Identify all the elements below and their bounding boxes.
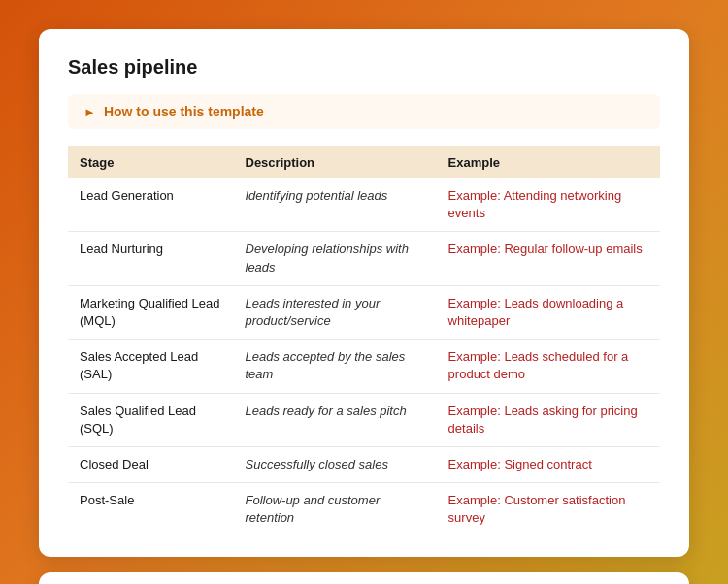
sales-pipeline-card: Sales pipeline ► How to use this templat… — [39, 29, 689, 557]
cell-stage: Closed Deal — [68, 446, 234, 482]
cell-description: Leads ready for a sales pitch — [234, 393, 437, 446]
table-row: Marketing Qualified Lead (MQL)Leads inte… — [68, 285, 660, 339]
cell-description: Developing relationships with leads — [234, 232, 437, 285]
how-to-arrow-icon: ► — [83, 105, 96, 119]
cell-example: Example: Regular follow-up emails — [437, 232, 660, 285]
table-row: Closed DealSuccessfully closed salesExam… — [68, 446, 660, 482]
cell-description: Leads interested in your product/service — [234, 285, 437, 339]
col-example: Example — [437, 146, 660, 178]
table-row: Sales Qualified Lead (SQL)Leads ready fo… — [68, 393, 660, 446]
cell-example: Example: Leads downloading a whitepaper — [437, 285, 660, 339]
cell-stage: Post-Sale — [68, 483, 234, 536]
cell-stage: Marketing Qualified Lead (MQL) — [68, 285, 234, 339]
table-row: Lead GenerationIdentifying potential lea… — [68, 178, 660, 232]
cell-stage: Sales Accepted Lead (SAL) — [68, 340, 234, 393]
cell-description: Successfully closed sales — [234, 446, 437, 482]
table-row: Lead NurturingDeveloping relationships w… — [68, 232, 660, 285]
table-row: Post-SaleFollow-up and customer retentio… — [68, 483, 660, 536]
table-header-row: Stage Description Example — [68, 146, 660, 178]
cell-stage: Sales Qualified Lead (SQL) — [68, 393, 234, 446]
cell-stage: Lead Nurturing — [68, 232, 234, 285]
cell-description: Follow-up and customer retention — [234, 483, 437, 536]
cell-example: Example: Customer satisfaction survey — [437, 483, 660, 536]
how-to-banner[interactable]: ► How to use this template — [68, 94, 660, 129]
cell-example: Example: Leads scheduled for a product d… — [437, 340, 660, 393]
col-stage: Stage — [68, 146, 234, 178]
cell-example: Example: Leads asking for pricing detail… — [437, 393, 660, 446]
cell-stage: Lead Generation — [68, 178, 234, 232]
col-description: Description — [234, 146, 437, 178]
cell-example: Example: Attending networking events — [437, 178, 660, 232]
pipeline-table: Stage Description Example Lead Generatio… — [68, 146, 660, 535]
cell-example: Example: Signed contract — [437, 446, 660, 482]
card-title: Sales pipeline — [68, 56, 660, 79]
cell-description: Leads accepted by the sales team — [234, 340, 437, 393]
bottom-card: Detailed opportunity tracking — [39, 572, 689, 584]
cell-description: Identifying potential leads — [234, 178, 437, 232]
table-row: Sales Accepted Lead (SAL)Leads accepted … — [68, 340, 660, 393]
how-to-label: How to use this template — [104, 104, 264, 119]
